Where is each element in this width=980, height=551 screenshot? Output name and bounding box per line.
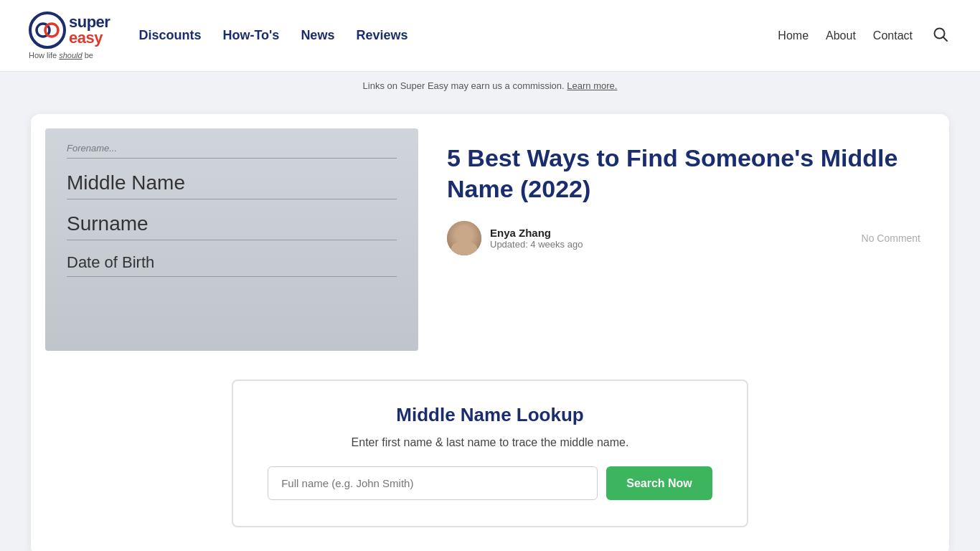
logo-tagline: How life should be — [29, 51, 93, 60]
article-info: 5 Best Ways to Find Someone's Middle Nam… — [447, 128, 920, 255]
article-title: 5 Best Ways to Find Someone's Middle Nam… — [447, 143, 920, 204]
nav-howtos[interactable]: How-To's — [222, 28, 279, 43]
form-fields-illustration: Forename... Middle Name Surname Date of … — [45, 128, 418, 351]
svg-point-0 — [30, 13, 65, 47]
field-dob: Date of Birth — [67, 240, 397, 277]
article-updated: Updated: 4 weeks ago — [490, 239, 583, 250]
logo-brand-super: super — [69, 14, 110, 30]
notice-learn-more[interactable]: Learn more. — [567, 80, 617, 91]
widget-box: Middle Name Lookup Enter first name & la… — [232, 380, 748, 527]
header-right: Home About Contact — [778, 24, 951, 47]
widget-section: Middle Name Lookup Enter first name & la… — [31, 372, 949, 551]
avatar — [447, 221, 481, 255]
svg-point-2 — [45, 24, 58, 37]
comment-count: No Comment — [862, 232, 920, 244]
nav-home[interactable]: Home — [778, 29, 809, 42]
search-button[interactable] — [930, 24, 951, 47]
logo-icon: super easy — [29, 11, 110, 49]
nav-contact[interactable]: Contact — [873, 29, 913, 42]
svg-line-4 — [943, 37, 948, 42]
nav-news[interactable]: News — [301, 28, 334, 43]
author-name: Enya Zhang — [490, 227, 583, 239]
widget-form: Search Now — [262, 466, 718, 500]
logo[interactable]: super easy How life should be — [29, 11, 110, 60]
author-row: Enya Zhang Updated: 4 weeks ago No Comme… — [447, 221, 920, 255]
field-middlename-label: Middle Name — [67, 171, 397, 194]
article-image: Forename... Middle Name Surname Date of … — [45, 128, 418, 351]
nav-discounts[interactable]: Discounts — [138, 28, 201, 43]
notice-bar: Links on Super Easy may earn us a commis… — [0, 72, 980, 100]
main-content-card: Forename... Middle Name Surname Date of … — [31, 114, 949, 551]
fullname-input[interactable] — [268, 466, 598, 500]
logo-brand-easy: easy — [69, 30, 110, 46]
field-forename-label: Forename... — [67, 143, 397, 154]
logo-text: super easy — [69, 14, 110, 46]
field-forename: Forename... — [67, 143, 397, 159]
search-now-button[interactable]: Search Now — [606, 466, 712, 500]
author-info: Enya Zhang Updated: 4 weeks ago — [447, 221, 583, 255]
article-hero: Forename... Middle Name Surname Date of … — [31, 114, 949, 372]
notice-text: Links on Super Easy may earn us a commis… — [363, 80, 565, 91]
header-left: super easy How life should be Discounts … — [29, 11, 407, 60]
widget-description: Enter first name & last name to trace th… — [262, 436, 718, 449]
field-surname: Surname — [67, 199, 397, 240]
field-middlename: Middle Name — [67, 159, 397, 199]
avatar-image — [447, 221, 481, 255]
field-dob-label: Date of Birth — [67, 253, 397, 272]
author-text: Enya Zhang Updated: 4 weeks ago — [490, 227, 583, 250]
search-icon — [933, 27, 948, 42]
logo-svg — [29, 11, 66, 49]
site-header: super easy How life should be Discounts … — [0, 0, 980, 72]
nav-about[interactable]: About — [826, 29, 856, 42]
widget-title: Middle Name Lookup — [262, 404, 718, 426]
logo-tagline-highlight: should — [59, 51, 82, 60]
main-nav: Discounts How-To's News Reviews — [138, 28, 407, 43]
nav-reviews[interactable]: Reviews — [356, 28, 407, 43]
field-surname-label: Surname — [67, 212, 397, 235]
